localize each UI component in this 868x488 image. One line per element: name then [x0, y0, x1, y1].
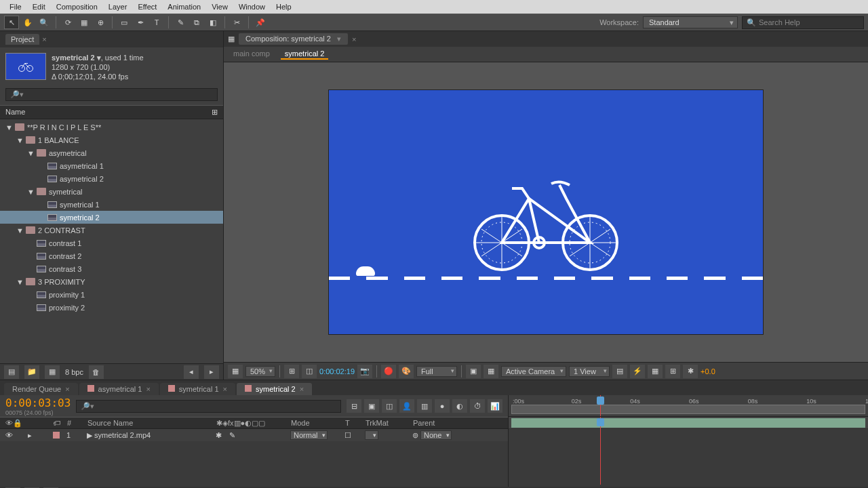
camera-dropdown[interactable]: Active Camera: [501, 366, 566, 377]
tree-item[interactable]: contrast 3: [0, 262, 223, 275]
zoom-dropdown[interactable]: 50%: [245, 366, 275, 377]
tree-item[interactable]: asymetrical 1: [0, 159, 223, 172]
hand-tool[interactable]: ✋: [20, 16, 35, 29]
new-folder-icon[interactable]: 📁: [24, 365, 39, 379]
graph-icon[interactable]: 📊: [488, 399, 502, 413]
views-dropdown[interactable]: 1 View: [569, 366, 610, 377]
menu-layer[interactable]: Layer: [103, 3, 133, 11]
project-tab[interactable]: Project: [5, 34, 39, 45]
workspace-dropdown[interactable]: Standard: [643, 16, 738, 28]
flow-tab-current[interactable]: symetrical 2: [281, 49, 329, 60]
tree-item[interactable]: proximity 1: [0, 288, 223, 301]
autokey-icon[interactable]: ⏱: [470, 399, 485, 413]
comp-mini-icon[interactable]: ⊟: [347, 399, 361, 413]
search-help[interactable]: 🔍 Search Help: [742, 16, 864, 29]
text-tool[interactable]: T: [149, 16, 164, 29]
menu-help[interactable]: Help: [271, 3, 297, 11]
tree-item[interactable]: ▼asymetrical: [0, 146, 223, 159]
timeline-icon[interactable]: ▦: [648, 365, 663, 378]
scroll-left-icon[interactable]: ◂: [184, 365, 199, 379]
color-mgmt-icon[interactable]: 🎨: [399, 365, 414, 378]
col-mode[interactable]: Mode: [291, 419, 338, 427]
shy-icon[interactable]: 👤: [399, 399, 414, 413]
col-trkmat[interactable]: TrkMat: [366, 419, 406, 427]
resolution-dropdown[interactable]: Full: [416, 366, 457, 377]
tree-item[interactable]: ▼1 BALANCE: [0, 134, 223, 146]
timeline-tab[interactable]: symetrical 2×: [237, 383, 312, 395]
canvas-area[interactable]: [224, 62, 868, 362]
label-icon[interactable]: 🏷: [53, 419, 60, 427]
pixel-aspect-icon[interactable]: ▤: [612, 365, 627, 378]
rotate-tool[interactable]: ⟳: [60, 16, 75, 29]
menu-edit[interactable]: Edit: [27, 3, 51, 11]
bit-depth[interactable]: 8 bpc: [65, 368, 83, 376]
grid-icon[interactable]: ⊞: [284, 365, 299, 378]
tree-item[interactable]: contrast 2: [0, 249, 223, 262]
close-icon[interactable]: ×: [42, 35, 46, 43]
time-ruler[interactable]: :00s02s04s06s08s10s12s: [509, 395, 868, 417]
tree-item[interactable]: asymetrical 2: [0, 172, 223, 185]
brainstorm-icon[interactable]: ◐: [452, 399, 467, 413]
tree-item[interactable]: ▼**P R I N C I P L E S**: [0, 121, 223, 134]
col-name[interactable]: Name: [5, 108, 25, 117]
selection-tool[interactable]: ↖: [4, 16, 19, 29]
col-parent[interactable]: Parent: [413, 419, 502, 427]
scroll-right-icon[interactable]: ▸: [204, 365, 219, 379]
menu-composition[interactable]: Composition: [51, 3, 103, 11]
trash-icon[interactable]: 🗑: [89, 365, 104, 379]
fast-preview-icon[interactable]: ⚡: [630, 365, 645, 378]
timeline-tab[interactable]: Render Queue×: [4, 383, 78, 395]
tree-item[interactable]: proximity 2: [0, 301, 223, 314]
timecode[interactable]: 0:00:03:03: [5, 396, 71, 409]
tree-item[interactable]: symetrical 1: [0, 198, 223, 211]
reset-expo-icon[interactable]: ✱: [683, 365, 698, 378]
flowchart-icon[interactable]: ⊞: [212, 108, 218, 117]
label-color[interactable]: [53, 432, 60, 439]
tree-item[interactable]: contrast 1: [0, 237, 223, 249]
flowchart-icon[interactable]: ⊞: [665, 365, 680, 378]
tree-item[interactable]: ▼3 PROXIMITY: [0, 275, 223, 288]
frameblend-icon[interactable]: ▥: [417, 399, 432, 413]
brush-tool[interactable]: ✎: [173, 16, 188, 29]
work-area[interactable]: [511, 405, 865, 414]
exposure-value[interactable]: +0.0: [701, 367, 715, 375]
draft3d-icon[interactable]: ▣: [364, 399, 379, 413]
col-num[interactable]: #: [67, 419, 81, 427]
menu-effect[interactable]: Effect: [132, 3, 162, 11]
shape-tool[interactable]: ▭: [117, 16, 132, 29]
layer-clip[interactable]: [511, 418, 865, 428]
transparency-icon[interactable]: ▦: [484, 365, 498, 378]
snapshot-icon[interactable]: 📷: [357, 365, 372, 378]
eraser-tool[interactable]: ◧: [205, 16, 220, 29]
current-time[interactable]: 0:00:02:19: [319, 367, 355, 375]
roto-tool[interactable]: ✂: [229, 16, 244, 29]
pan-behind-tool[interactable]: ⊕: [93, 16, 108, 29]
project-search[interactable]: 🔎▾: [5, 88, 218, 101]
timeline-tab[interactable]: asymetrical 1×: [79, 383, 159, 395]
close-icon[interactable]: ×: [352, 35, 356, 43]
tree-item[interactable]: ▼2 CONTRAST: [0, 224, 223, 237]
menu-animation[interactable]: Animation: [162, 3, 206, 11]
pen-tool[interactable]: ✒: [133, 16, 148, 29]
magnify-icon[interactable]: ▦: [228, 365, 243, 378]
camera-tool[interactable]: ▦: [77, 16, 92, 29]
parent-dropdown[interactable]: None: [420, 430, 452, 440]
puppet-tool[interactable]: 📌: [253, 16, 268, 29]
timeline-search[interactable]: 🔎▾: [76, 400, 341, 413]
menu-window[interactable]: Window: [233, 3, 271, 11]
mode-dropdown[interactable]: Normal: [290, 430, 328, 440]
flow-tab-main[interactable]: main comp: [229, 49, 274, 60]
playhead[interactable]: [600, 395, 601, 416]
layer-track[interactable]: [509, 417, 868, 429]
clone-tool[interactable]: ⧉: [189, 16, 204, 29]
timeline-tab[interactable]: symetrical 1×: [160, 383, 235, 395]
cube-icon[interactable]: ◫: [382, 399, 397, 413]
menu-file[interactable]: File: [4, 3, 27, 11]
roi-icon[interactable]: ▣: [466, 365, 481, 378]
channel-icon[interactable]: 🔴: [381, 365, 396, 378]
motionblur-icon[interactable]: ●: [435, 399, 450, 413]
interpret-icon[interactable]: ▤: [4, 365, 19, 379]
new-comp-icon[interactable]: ▦: [45, 365, 60, 379]
zoom-tool[interactable]: 🔍: [37, 16, 52, 29]
tree-item[interactable]: symetrical 2: [0, 211, 223, 224]
